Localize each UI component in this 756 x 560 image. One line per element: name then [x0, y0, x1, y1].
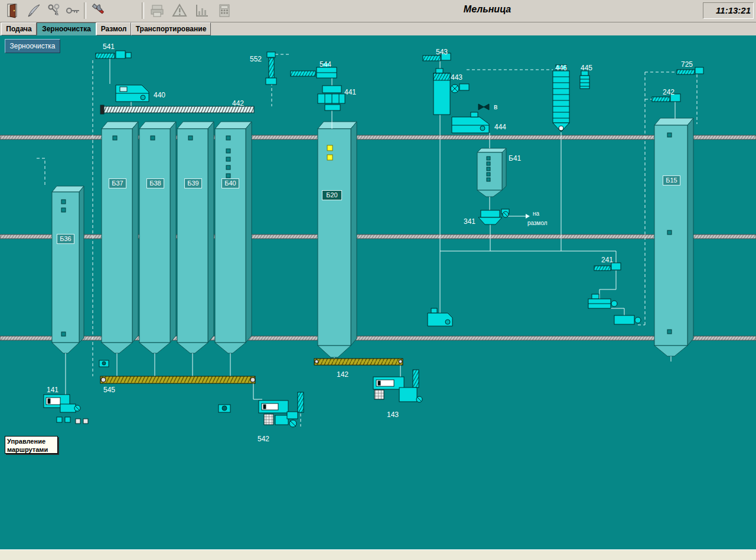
- machine-445[interactable]: [580, 71, 589, 89]
- silo-b36: [52, 186, 84, 353]
- label-440: 440: [154, 91, 165, 99]
- label-v: в: [494, 103, 497, 111]
- silo-b39: [177, 122, 214, 353]
- calculator-icon: [217, 3, 232, 18]
- machine-143[interactable]: [373, 370, 422, 402]
- status-strip: [0, 549, 756, 560]
- keys-button[interactable]: [45, 2, 64, 19]
- silo-plate-b38: Б38: [146, 178, 164, 188]
- tab-bar: Подача Зерноочистка Размол Транспортиров…: [0, 22, 756, 35]
- toolbar: Мельница 11:13:21: [0, 0, 756, 22]
- toolbar-separator: [142, 2, 144, 19]
- routes-button-line1: Управление: [7, 438, 45, 445]
- label-541: 541: [103, 43, 115, 51]
- mimic-graphics: [0, 35, 756, 549]
- gate-icon[interactable]: [219, 405, 230, 412]
- view-name-button[interactable]: Зерноочистка: [5, 39, 60, 53]
- valve-v-icon[interactable]: [478, 104, 489, 110]
- silo-plate-b37: Б37: [109, 178, 126, 188]
- exit-door-button[interactable]: [4, 2, 22, 19]
- warning-icon: [172, 3, 187, 18]
- silo-b41: [477, 148, 506, 197]
- belt-conveyor-142[interactable]: [314, 359, 403, 365]
- silo-plate-b20: Б20: [322, 190, 342, 200]
- window-title: Мельница: [390, 4, 585, 15]
- tools-button[interactable]: [89, 2, 107, 19]
- tab-podacha[interactable]: Подача: [1, 22, 37, 35]
- machine-440-separator[interactable]: [116, 85, 149, 102]
- mill-scada-window: Мельница 11:13:21 Подача Зерноочистка Ра…: [0, 0, 756, 560]
- label-b41: Б41: [509, 154, 521, 162]
- tools-icon: [90, 3, 106, 18]
- label-341: 341: [464, 217, 475, 226]
- hopper-341[interactable]: [478, 209, 509, 224]
- exit-door-icon: [5, 3, 21, 18]
- label-razmol: размол: [527, 220, 548, 226]
- label-446: 446: [555, 64, 567, 72]
- machine-444-separator[interactable]: [452, 112, 489, 133]
- label-242: 242: [663, 88, 674, 96]
- silo-plate-b36: Б36: [57, 234, 74, 244]
- label-445: 445: [581, 64, 592, 72]
- belt-conveyor-545[interactable]: [100, 376, 255, 383]
- tab-razmol[interactable]: Размол: [96, 22, 131, 35]
- filter-446[interactable]: [553, 65, 569, 132]
- routes-control-button[interactable]: Управление маршрутами: [5, 436, 58, 454]
- chart-icon: [194, 3, 210, 18]
- tab-transportirovanie[interactable]: Транспортирование: [131, 22, 211, 35]
- label-544: 544: [320, 60, 331, 69]
- double-key-icon: [47, 3, 62, 18]
- machine-241b[interactable]: [588, 294, 617, 308]
- toolbar-separator: [84, 2, 86, 19]
- label-442: 442: [232, 99, 244, 108]
- alarm-button[interactable]: [170, 2, 189, 19]
- label-543: 543: [436, 48, 448, 56]
- machine-141[interactable]: [44, 395, 88, 424]
- pen-key-icon: [27, 3, 42, 18]
- silo-b40: [215, 122, 252, 353]
- silo-b38: [139, 122, 176, 353]
- label-141: 141: [47, 386, 58, 394]
- tab-zernoochistka[interactable]: Зерноочистка: [37, 22, 96, 35]
- gate-icon[interactable]: [99, 360, 109, 367]
- report-button[interactable]: [148, 2, 167, 19]
- label-444: 444: [494, 123, 506, 131]
- machine-552[interactable]: [266, 52, 276, 84]
- label-241: 241: [601, 256, 613, 264]
- machine-441-weigher[interactable]: [318, 86, 345, 110]
- silo-b37: [102, 122, 138, 353]
- silo-b15: [654, 118, 693, 356]
- label-552: 552: [250, 55, 262, 63]
- screw-conveyor-442[interactable]: [100, 105, 254, 114]
- mimic-canvas: Зерноочистка 541 440 442 552 544 441 543…: [0, 35, 756, 549]
- label-545: 545: [103, 386, 115, 394]
- label-443: 443: [451, 73, 462, 82]
- label-441: 441: [344, 88, 356, 96]
- machine-542[interactable]: [259, 392, 304, 427]
- label-143: 143: [387, 411, 399, 419]
- label-na: на: [533, 210, 539, 217]
- flow-arrow: [526, 214, 530, 219]
- key-icon: [66, 3, 81, 18]
- clock: 11:13:21: [703, 2, 754, 19]
- label-725: 725: [681, 60, 693, 69]
- report-icon: [149, 3, 165, 18]
- trends-button[interactable]: [193, 2, 211, 19]
- silo-b20: [318, 122, 357, 357]
- silo-plate-b40: Б40: [221, 178, 239, 188]
- machine-241c[interactable]: [614, 315, 641, 324]
- label-542: 542: [258, 435, 269, 443]
- silo-plate-b15: Б15: [663, 175, 680, 185]
- routes-button-line2: маршрутами: [7, 446, 48, 453]
- machine-541[interactable]: [96, 51, 131, 58]
- label-142: 142: [337, 370, 348, 379]
- calculator-button[interactable]: [215, 2, 234, 19]
- key-button[interactable]: [64, 2, 83, 19]
- login-pen-button[interactable]: [25, 2, 44, 19]
- silo-plate-b39: Б39: [184, 178, 202, 188]
